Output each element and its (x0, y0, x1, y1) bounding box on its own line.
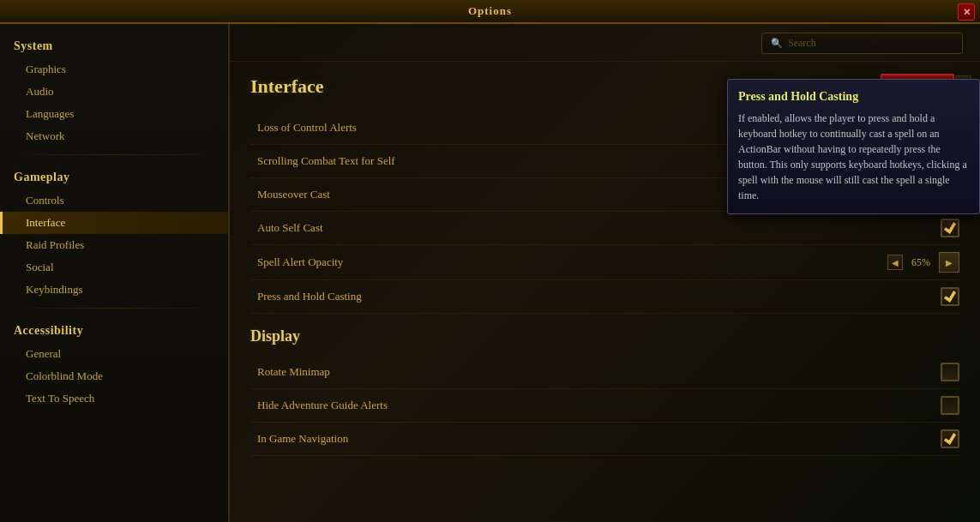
setting-row-spell-alert-opacity: Spell Alert Opacity◀65%▶ (250, 245, 959, 280)
checkbox-press-and-hold-casting[interactable] (941, 287, 959, 306)
sidebar-item-colorblind-mode[interactable]: Colorblind Mode (0, 365, 228, 387)
search-input[interactable] (788, 37, 953, 50)
sidebar-item-interface[interactable]: Interface (0, 212, 228, 234)
close-button[interactable]: ✕ (958, 3, 975, 21)
setting-control-rotate-minimap (941, 363, 959, 381)
sidebar-divider (14, 308, 214, 309)
title-bar: Options ✕ (0, 0, 980, 24)
sidebar-item-controls[interactable]: Controls (0, 189, 228, 212)
content-area: 🔍 Defaults Interface Loss of Control Ale… (230, 24, 980, 522)
setting-label-in-game-navigation: In Game Navigation (250, 432, 941, 446)
slider-right-spell-alert-opacity[interactable]: ▶ (939, 252, 959, 273)
setting-label-spell-alert-opacity: Spell Alert Opacity (250, 255, 887, 269)
settings-group-display: Rotate MinimapHide Adventure Guide Alert… (250, 356, 959, 456)
setting-label-press-and-hold-casting: Press and Hold Casting (250, 290, 941, 303)
main-layout: SystemGraphicsAudioLanguagesNetworkGamep… (0, 24, 980, 522)
checkbox-auto-self-cast[interactable] (941, 219, 959, 237)
sidebar-section-accessibility: Accessibility (0, 315, 228, 343)
setting-control-in-game-navigation (941, 429, 959, 448)
sidebar-section-system: System (0, 31, 228, 58)
setting-control-auto-self-cast (941, 219, 959, 237)
title-bar-text: Options (468, 4, 512, 18)
checkbox-hide-adventure-guide-alerts[interactable] (941, 396, 959, 415)
setting-label-rotate-minimap: Rotate Minimap (250, 365, 941, 379)
checkbox-rotate-minimap[interactable] (941, 363, 959, 381)
sidebar-item-raid-profiles[interactable]: Raid Profiles (0, 234, 228, 256)
sidebar-item-audio[interactable]: Audio (0, 81, 228, 103)
tooltip: Press and Hold Casting If enabled, allow… (727, 79, 980, 214)
tooltip-text: If enabled, allows the player to press a… (738, 111, 969, 203)
slider-left-spell-alert-opacity[interactable]: ◀ (887, 255, 903, 270)
slider-container-spell-alert-opacity: ◀65%▶ (887, 252, 959, 273)
setting-row-rotate-minimap: Rotate Minimap (250, 356, 959, 389)
setting-control-spell-alert-opacity: ◀65%▶ (887, 252, 959, 273)
tooltip-title: Press and Hold Casting (738, 90, 969, 104)
sidebar-divider (14, 154, 214, 155)
setting-control-hide-adventure-guide-alerts (941, 396, 959, 415)
setting-row-press-and-hold-casting: Press and Hold Casting (250, 280, 959, 314)
search-icon: 🔍 (771, 38, 783, 49)
setting-control-press-and-hold-casting (941, 287, 959, 306)
setting-row-auto-self-cast: Auto Self Cast (250, 212, 959, 245)
slider-value-spell-alert-opacity: 65% (908, 256, 934, 269)
sidebar-item-social[interactable]: Social (0, 256, 228, 279)
checkbox-in-game-navigation[interactable] (941, 429, 959, 448)
setting-row-in-game-navigation: In Game Navigation (250, 423, 959, 456)
setting-label-auto-self-cast: Auto Self Cast (250, 221, 941, 235)
sidebar-item-languages[interactable]: Languages (0, 103, 228, 125)
sidebar-item-graphics[interactable]: Graphics (0, 58, 228, 81)
sidebar-item-network[interactable]: Network (0, 125, 228, 147)
sidebar-item-text-to-speech[interactable]: Text To Speech (0, 387, 228, 410)
search-bar: 🔍 (761, 33, 963, 54)
search-bar-container: 🔍 (230, 24, 980, 62)
setting-row-hide-adventure-guide-alerts: Hide Adventure Guide Alerts (250, 389, 959, 423)
sidebar-item-keybindings[interactable]: Keybindings (0, 279, 228, 301)
sidebar: SystemGraphicsAudioLanguagesNetworkGamep… (0, 24, 230, 522)
sidebar-section-gameplay: Gameplay (0, 162, 228, 189)
content-scroll: Defaults Interface Loss of Control Alert… (230, 62, 980, 522)
sidebar-item-general[interactable]: General (0, 343, 228, 365)
setting-label-hide-adventure-guide-alerts: Hide Adventure Guide Alerts (250, 399, 941, 412)
display-section-title: Display (250, 327, 959, 345)
